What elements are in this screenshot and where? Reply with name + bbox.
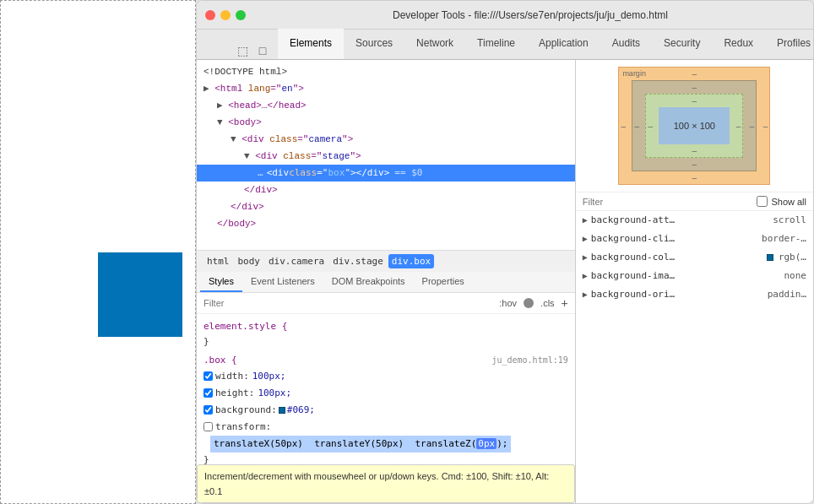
dot-icon <box>524 298 534 308</box>
filter-buttons: :hov .cls + <box>496 296 567 310</box>
tab-redux[interactable]: Redux <box>712 29 765 59</box>
dom-line-stage[interactable]: ▼ <div class="stage"> <box>197 148 575 165</box>
inspect-icon[interactable]: □ <box>254 42 271 59</box>
styles-panel: element.style { } ju_demo.html:19 .box {… <box>197 314 575 504</box>
element-style-rule: element.style { } <box>197 317 575 351</box>
preview-area <box>0 0 196 504</box>
breadcrumb-camera[interactable]: div.camera <box>265 254 328 268</box>
box-model-container: margin – – – – border – – – – <box>576 60 813 192</box>
hov-button[interactable]: :hov <box>496 297 520 309</box>
width-checkbox[interactable] <box>204 371 213 381</box>
tab-network[interactable]: Network <box>404 29 465 59</box>
breadcrumb-html[interactable]: html <box>204 254 233 268</box>
dom-tree: <!DOCTYPE html> ▶ <html lang="en"> ▶ <he… <box>197 60 575 250</box>
close-button[interactable] <box>205 10 215 20</box>
tab-properties[interactable]: Properties <box>414 272 473 292</box>
add-style-button[interactable]: + <box>562 296 568 310</box>
tab-profiles[interactable]: Profiles <box>765 29 814 59</box>
tab-styles[interactable]: Styles <box>200 272 242 292</box>
right-panel: margin – – – – border – – – – <box>576 60 813 503</box>
computed-filter: Show all <box>576 192 813 211</box>
computed-item[interactable]: ▶ background-ima… none <box>576 267 813 285</box>
transform-value-line: translateX(50px) translateY(50px) transl… <box>210 436 568 453</box>
dom-line-box[interactable]: … <div class="box"></div> == $0 <box>197 165 575 182</box>
tooltip: Increment/decrement with mousewheel or u… <box>197 464 575 503</box>
breadcrumb: html body div.camera div.stage div.box <box>197 250 575 272</box>
computed-val: paddin… <box>768 287 806 302</box>
dom-line-camera[interactable]: ▼ <div class="camera"> <box>197 131 575 148</box>
breadcrumb-stage[interactable]: div.stage <box>329 254 387 268</box>
expand-icon: ▶ <box>583 250 588 265</box>
dom-line-head[interactable]: ▶ <head>…</head> <box>197 97 575 114</box>
window-title: Developer Tools - file:///Users/se7en/pr… <box>256 9 805 21</box>
computed-item[interactable]: ▶ background-cli… border-… <box>576 230 813 248</box>
background-checkbox[interactable] <box>204 405 213 415</box>
dom-line-close-div2: </div> <box>197 198 575 215</box>
computed-prop: background-cli… <box>591 231 758 247</box>
expand-icon: ▶ <box>583 268 588 284</box>
show-all-checkbox[interactable] <box>757 196 768 207</box>
tab-event-listeners[interactable]: Event Listeners <box>242 272 323 292</box>
computed-prop: background-col… <box>591 250 763 265</box>
dom-line-html[interactable]: ▶ <html lang="en"> <box>197 80 575 97</box>
minimize-button[interactable] <box>220 10 231 20</box>
height-checkbox[interactable] <box>204 388 213 398</box>
computed-prop: background-ima… <box>591 268 781 284</box>
preview-box <box>98 252 182 337</box>
margin-label: margin <box>622 69 646 78</box>
expand-icon: ▶ <box>583 213 588 228</box>
dom-line-close-body: </body> <box>197 215 575 232</box>
cursor-icon[interactable]: ⬚ <box>234 42 251 59</box>
content-box: 100 × 100 <box>659 107 730 144</box>
computed-list: ▶ background-att… scroll ▶ background-cl… <box>576 211 813 503</box>
computed-filter-input[interactable] <box>583 197 752 207</box>
box-rule: ju_demo.html:19 .box { width: 100px; hei… <box>197 351 575 469</box>
source-link[interactable]: ju_demo.html:19 <box>491 353 567 368</box>
computed-val: none <box>784 268 807 284</box>
tabs-bar: ⬚ □ Elements Sources Network Timeline Ap… <box>197 30 813 60</box>
computed-item[interactable]: ▶ background-ori… paddin… <box>576 285 813 304</box>
computed-val: scroll <box>773 213 806 228</box>
breadcrumb-box[interactable]: div.box <box>388 254 434 268</box>
tab-security[interactable]: Security <box>652 29 712 59</box>
tab-audits[interactable]: Audits <box>600 29 652 59</box>
computed-item[interactable]: ▶ background-att… scroll <box>576 211 813 230</box>
elements-panel: <!DOCTYPE html> ▶ <html lang="en"> ▶ <he… <box>197 60 576 503</box>
computed-val: border-… <box>762 231 806 247</box>
computed-item[interactable]: ▶ background-col… rgb(… <box>576 248 813 267</box>
traffic-lights <box>205 10 246 20</box>
styles-subtabs: Styles Event Listeners DOM Breakpoints P… <box>197 272 575 293</box>
maximize-button[interactable] <box>236 10 246 20</box>
dom-line-close-div1: </div> <box>197 182 575 198</box>
computed-val: rgb(… <box>779 250 806 265</box>
transform-checkbox[interactable] <box>204 422 213 431</box>
color-swatch <box>767 254 773 261</box>
color-swatch[interactable] <box>279 407 285 414</box>
box-model: margin – – – – border – – – – <box>618 67 770 185</box>
tab-timeline[interactable]: Timeline <box>465 29 527 59</box>
devtools-window: Developer Tools - file:///Users/se7en/pr… <box>196 0 814 504</box>
tab-sources[interactable]: Sources <box>344 29 404 59</box>
show-all-label[interactable]: Show all <box>757 196 806 207</box>
filter-input[interactable] <box>204 298 491 308</box>
expand-icon: ▶ <box>583 287 588 302</box>
expand-icon: ▶ <box>583 231 588 247</box>
filter-bar: :hov .cls + <box>197 293 575 314</box>
cls-button[interactable]: .cls <box>537 297 558 309</box>
main-content: <!DOCTYPE html> ▶ <html lang="en"> ▶ <he… <box>197 60 813 503</box>
translatez-value[interactable]: 0px <box>476 438 497 449</box>
tab-elements[interactable]: Elements <box>278 29 344 59</box>
computed-prop: background-att… <box>591 213 769 228</box>
dom-line-doctype: <!DOCTYPE html> <box>197 63 575 80</box>
tab-application[interactable]: Application <box>527 29 600 59</box>
tab-dom-breakpoints[interactable]: DOM Breakpoints <box>323 272 414 292</box>
title-bar: Developer Tools - file:///Users/se7en/pr… <box>197 1 813 30</box>
breadcrumb-body[interactable]: body <box>235 254 264 268</box>
computed-prop: background-ori… <box>591 287 764 302</box>
dom-line-body[interactable]: ▼ <body> <box>197 114 575 131</box>
content-size: 100 × 100 <box>674 121 715 131</box>
